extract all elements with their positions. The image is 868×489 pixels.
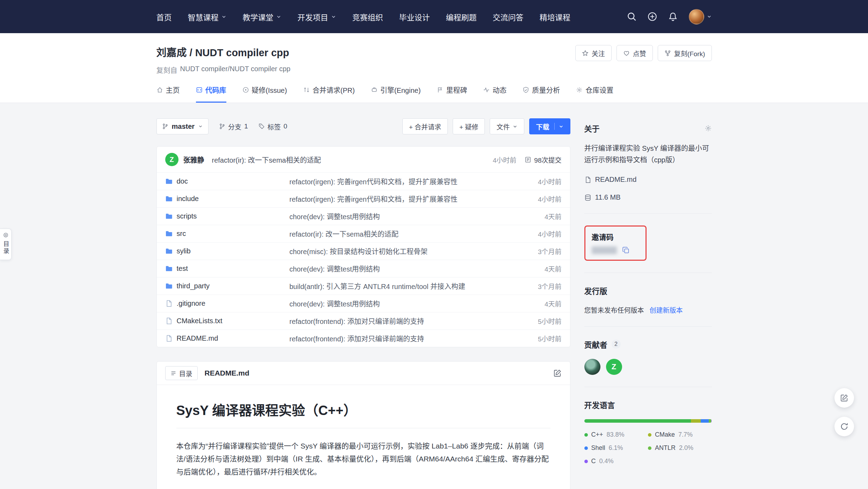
file-icon bbox=[165, 300, 173, 307]
language-dot bbox=[584, 446, 588, 450]
fork-source-link[interactable]: NUDT compiler/NUDT compiler cpp bbox=[180, 65, 291, 75]
commit-author[interactable]: 张雅静 bbox=[183, 155, 204, 165]
commit-message[interactable]: refactor(ir): 改一下sema相关的适配 bbox=[212, 155, 488, 165]
divider bbox=[584, 326, 712, 327]
file-name[interactable]: third_party bbox=[177, 282, 210, 290]
new-pr-button[interactable]: + 合并请求 bbox=[402, 118, 448, 134]
tab-settings[interactable]: 仓库设置 bbox=[576, 85, 613, 103]
file-row[interactable]: scripts chore(dev): 调整test用例结构 4天前 bbox=[157, 207, 570, 225]
commit-author-avatar[interactable]: Z bbox=[165, 153, 178, 166]
search-icon[interactable] bbox=[627, 12, 636, 21]
file-icon bbox=[584, 176, 591, 183]
file-commit-message[interactable]: build(antlr): 引入第三方 ANTLR4 runtime/tool … bbox=[290, 281, 520, 291]
tab-code[interactable]: 代码库 bbox=[196, 85, 226, 103]
file-row[interactable]: sylib chore(misc): 按目录结构设计初始化工程骨架 3个月前 bbox=[157, 242, 570, 260]
tab-engine[interactable]: 引擎(Engine) bbox=[371, 85, 421, 103]
avatar[interactable] bbox=[689, 9, 704, 24]
file-name[interactable]: include bbox=[177, 195, 199, 203]
create-release-link[interactable]: 创建新版本 bbox=[650, 305, 683, 314]
file-name[interactable]: doc bbox=[177, 177, 188, 185]
branch-selector[interactable]: master bbox=[156, 118, 209, 134]
tab-milestones[interactable]: 里程碑 bbox=[437, 85, 467, 103]
file-commit-message[interactable]: chore(dev): 调整test用例结构 bbox=[290, 211, 520, 221]
gear-icon[interactable] bbox=[705, 125, 712, 132]
file-commit-message[interactable]: chore(misc): 按目录结构设计初始化工程骨架 bbox=[290, 246, 520, 256]
new-issue-button[interactable]: + 疑修 bbox=[453, 118, 485, 134]
file-commit-time: 4天前 bbox=[520, 299, 562, 308]
file-commit-message[interactable]: chore(dev): 调整test用例结构 bbox=[290, 298, 520, 309]
file-row[interactable]: third_party build(antlr): 引入第三方 ANTLR4 r… bbox=[157, 277, 570, 295]
file-menu-label: 文件 bbox=[496, 122, 510, 131]
download-button[interactable]: 下载 bbox=[529, 118, 570, 134]
file-commit-message[interactable]: refactor(frontend): 添加对只编译前端的支持 bbox=[290, 316, 520, 326]
releases-title: 发行版 bbox=[584, 285, 712, 296]
user-menu[interactable] bbox=[689, 9, 712, 24]
nav-item-competitions[interactable]: 竞赛组织 bbox=[352, 11, 383, 22]
file-commit-message[interactable]: refactor(irgen): 完善irgen代码和文档，提升扩展兼容性 bbox=[290, 194, 520, 204]
file-commit-message[interactable]: refactor(ir): 改一下sema相关的适配 bbox=[290, 229, 520, 239]
file-name[interactable]: README.md bbox=[177, 334, 218, 342]
edit-icon[interactable] bbox=[553, 369, 562, 377]
file-commit-time: 3个月前 bbox=[520, 246, 562, 256]
file-row[interactable]: test chore(dev): 调整test用例结构 4天前 bbox=[157, 260, 570, 277]
tab-issues[interactable]: 疑修(Issue) bbox=[242, 85, 287, 103]
tab-activity[interactable]: 动态 bbox=[483, 85, 506, 103]
plus-circle-icon[interactable] bbox=[648, 12, 657, 21]
nav-item-smart-courses[interactable]: 智慧课程 bbox=[188, 11, 227, 22]
toc-button[interactable]: 目录 bbox=[165, 366, 198, 380]
nav-item-coding-practice[interactable]: 编程刷题 bbox=[446, 11, 477, 22]
file-row[interactable]: .gitignore chore(dev): 调整test用例结构 4天前 bbox=[157, 295, 570, 312]
file-name[interactable]: .gitignore bbox=[177, 299, 205, 308]
file-row[interactable]: CMakeLists.txt refactor(frontend): 添加对只编… bbox=[157, 312, 570, 329]
repo-sidebar: 关于 并行编译课程实验 SysY 编译器的最小可运行示例和指导文档（cpp版） … bbox=[584, 118, 712, 465]
contributor-avatar[interactable]: Z bbox=[606, 359, 622, 375]
nav-item-home[interactable]: 首页 bbox=[156, 11, 172, 22]
file-row[interactable]: doc refactor(irgen): 完善irgen代码和文档，提升扩展兼容… bbox=[157, 172, 570, 190]
refresh-button[interactable] bbox=[834, 417, 854, 436]
nav-item-training-courses[interactable]: 精培课程 bbox=[540, 11, 570, 22]
nav-item-dev-projects[interactable]: 开发项目 bbox=[298, 11, 336, 22]
file-row[interactable]: src refactor(ir): 改一下sema相关的适配 4小时前 bbox=[157, 225, 570, 242]
language-legend-item: C++ 83.8% bbox=[584, 431, 648, 438]
commit-count-link[interactable]: 98次提交 bbox=[525, 155, 561, 164]
repo-header: 刘嘉成 / NUDT compiler cpp 复刻自 NUDT compile… bbox=[0, 33, 868, 103]
like-button[interactable]: 点赞 bbox=[617, 45, 653, 61]
file-row[interactable]: include refactor(irgen): 完善irgen代码和文档，提升… bbox=[157, 190, 570, 207]
file-name[interactable]: scripts bbox=[177, 212, 197, 220]
fork-button[interactable]: 复刻(Fork) bbox=[658, 45, 712, 61]
nav-item-qa[interactable]: 交流问答 bbox=[493, 11, 524, 22]
nav-item-label: 教学课堂 bbox=[243, 11, 273, 22]
watch-button[interactable]: 关注 bbox=[575, 45, 612, 61]
target-icon bbox=[3, 232, 8, 238]
contributor-avatar[interactable] bbox=[584, 359, 600, 375]
file-row[interactable]: README.md refactor(frontend): 添加对只编译前端的支… bbox=[157, 329, 570, 347]
readme-filename: README.md bbox=[205, 369, 249, 377]
nav-item-teaching-classroom[interactable]: 教学课堂 bbox=[243, 11, 282, 22]
file-name[interactable]: CMakeLists.txt bbox=[177, 317, 223, 325]
readme-h1: SysY 编译器课程实验（C++） bbox=[176, 400, 550, 428]
file-name[interactable]: test bbox=[177, 265, 188, 273]
copy-icon[interactable] bbox=[622, 247, 629, 254]
file-name[interactable]: sylib bbox=[177, 247, 191, 255]
tab-home[interactable]: 主页 bbox=[156, 85, 180, 103]
file-commit-message[interactable]: refactor(irgen): 完善irgen代码和文档，提升扩展兼容性 bbox=[290, 176, 520, 186]
file-commit-message[interactable]: refactor(frontend): 添加对只编译前端的支持 bbox=[290, 333, 520, 343]
readme-link[interactable]: README.md bbox=[584, 176, 712, 184]
file-name[interactable]: src bbox=[177, 230, 186, 238]
file-menu-button[interactable]: 文件 bbox=[490, 118, 524, 134]
tag-icon bbox=[258, 123, 265, 129]
readme-content: SysY 编译器课程实验（C++） 本仓库为“并行编译课程实验”提供一个 Sys… bbox=[157, 385, 570, 489]
floating-toc-tab[interactable]: 目录 bbox=[0, 229, 12, 260]
repo-actions: 关注 点赞 复刻(Fork) bbox=[575, 45, 712, 61]
feedback-button[interactable] bbox=[834, 388, 854, 408]
invite-code-title: 邀请码 bbox=[592, 231, 639, 242]
file-commit-message[interactable]: chore(dev): 调整test用例结构 bbox=[290, 264, 520, 274]
branches-link[interactable]: 分支 1 bbox=[219, 122, 248, 131]
tags-link[interactable]: 标签 0 bbox=[258, 122, 287, 131]
tab-label: 里程碑 bbox=[446, 85, 467, 95]
tab-quality[interactable]: 质量分析 bbox=[523, 85, 560, 103]
nav-item-graduation-design[interactable]: 毕业设计 bbox=[399, 11, 430, 22]
code-icon bbox=[196, 87, 203, 93]
bell-icon[interactable] bbox=[668, 12, 678, 21]
tab-pull-requests[interactable]: 合并请求(PR) bbox=[303, 85, 355, 103]
